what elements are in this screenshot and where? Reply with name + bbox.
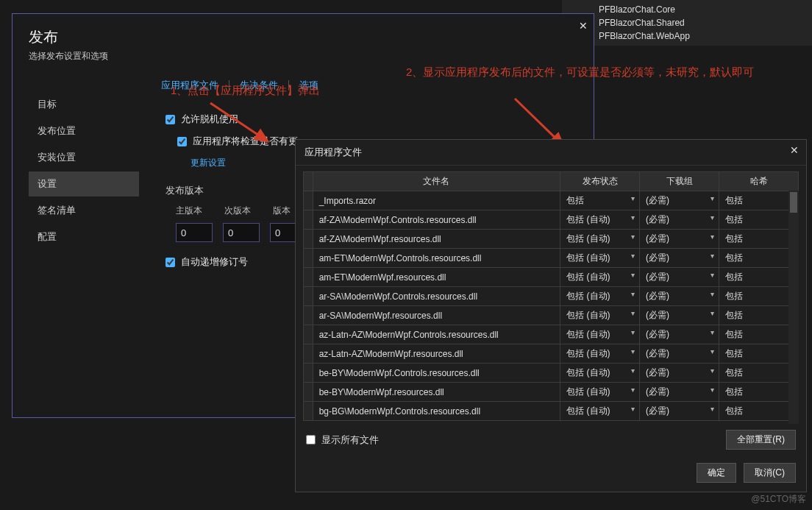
cell-download-group[interactable]: (必需) [640,210,719,230]
checkbox-auto-increment-input[interactable] [165,258,175,267]
separator [288,80,289,91]
col-hash[interactable]: 哈希 [719,172,799,191]
scrollbar-thumb[interactable] [790,192,797,213]
table-row[interactable]: be-BY\ModernWpf.resources.dll包括 (自动)(必需)… [304,383,799,402]
cell-filename: _Imports.razor [313,191,560,210]
row-selector[interactable] [304,344,313,364]
row-selector[interactable] [304,191,313,210]
app-files-dialog: 应用程序文件 ✕ 文件名 发布状态 下载组 哈希 _Imports.razor包… [295,139,807,492]
cell-state[interactable]: 包括 (自动) [560,306,640,325]
cell-state[interactable]: 包括 (自动) [560,268,640,287]
checkbox-show-all-input[interactable] [306,435,316,445]
row-selector[interactable] [304,383,313,402]
checkbox-show-all[interactable]: 显示所有文件 [306,433,379,447]
row-selector[interactable] [304,249,313,268]
minor-label: 次版本 [224,205,251,217]
checkbox-offline-input[interactable] [165,115,175,124]
cell-filename: ar-SA\ModernWpf.Controls.resources.dll [313,287,560,306]
tree-item[interactable]: PFBlazorChat.Shared [569,16,805,29]
cell-download-group[interactable]: (必需) [640,268,719,287]
cell-state[interactable]: 包括 (自动) [560,402,640,421]
link-app-files[interactable]: 应用程序文件 [161,79,218,92]
cell-state[interactable]: 包括 (自动) [560,383,640,402]
row-selector[interactable] [304,287,313,306]
checkbox-offline[interactable]: 允许脱机使用 [165,113,579,126]
row-selector[interactable] [304,364,313,383]
cell-state[interactable]: 包括 (自动) [560,287,640,306]
table-row[interactable]: be-BY\ModernWpf.Controls.resources.dll包括… [304,364,799,383]
cell-download-group[interactable]: (必需) [640,249,719,268]
cell-state[interactable]: 包括 (自动) [560,325,640,344]
cell-state[interactable]: 包括 (自动) [560,210,640,230]
cell-hash[interactable]: 包括 [719,268,799,287]
row-selector[interactable] [304,325,313,344]
table-row[interactable]: af-ZA\ModernWpf.Controls.resources.dll包括… [304,210,799,230]
cell-hash[interactable]: 包括 [719,383,799,402]
cell-hash[interactable]: 包括 [719,344,799,364]
sidebar-item-settings[interactable]: 设置 [29,171,139,196]
tree-item[interactable]: PFBlazorChat.WebApp [569,29,805,43]
table-row[interactable]: am-ET\ModernWpf.resources.dll包括 (自动)(必需)… [304,268,799,287]
files-table: 文件名 发布状态 下载组 哈希 _Imports.razor包括(必需)包括af… [303,171,799,421]
cell-filename: be-BY\ModernWpf.resources.dll [313,383,560,402]
table-row[interactable]: af-ZA\ModernWpf.resources.dll包括 (自动)(必需)… [304,230,799,249]
cell-state[interactable]: 包括 [560,191,640,210]
cell-download-group[interactable]: (必需) [640,364,719,383]
table-row[interactable]: ar-SA\ModernWpf.Controls.resources.dll包括… [304,287,799,306]
link-options[interactable]: 选项 [299,79,318,92]
sidebar-item-config[interactable]: 配置 [29,224,139,249]
close-icon[interactable]: ✕ [790,144,799,156]
cell-download-group[interactable]: (必需) [640,383,719,402]
cell-download-group[interactable]: (必需) [640,230,719,249]
tree-item[interactable]: PFBlazorChat.Core [569,3,805,16]
cell-state[interactable]: 包括 (自动) [560,230,640,249]
cell-state[interactable]: 包括 (自动) [560,364,640,383]
minor-input[interactable] [223,223,260,242]
reset-all-button[interactable]: 全部重置(R) [726,430,796,450]
row-selector[interactable] [304,306,313,325]
scrollbar[interactable] [788,191,799,424]
sidebar-item-target[interactable]: 目标 [29,92,139,117]
sidebar-item-install-location[interactable]: 安装位置 [29,145,139,170]
sidebar-item-manifest[interactable]: 签名清单 [29,198,139,223]
cell-state[interactable]: 包括 (自动) [560,249,640,268]
cell-hash[interactable]: 包括 [719,249,799,268]
cell-hash[interactable]: 包括 [719,287,799,306]
col-publish-state[interactable]: 发布状态 [560,172,640,191]
cell-download-group[interactable]: (必需) [640,191,719,210]
major-input[interactable] [176,223,213,242]
col-filename[interactable]: 文件名 [313,172,560,191]
table-row[interactable]: am-ET\ModernWpf.Controls.resources.dll包括… [304,249,799,268]
close-icon[interactable]: ✕ [579,20,588,32]
cell-hash[interactable]: 包括 [719,306,799,325]
cell-hash[interactable]: 包括 [719,364,799,383]
cell-state[interactable]: 包括 (自动) [560,344,640,364]
cell-filename: be-BY\ModernWpf.Controls.resources.dll [313,364,560,383]
table-row[interactable]: az-Latn-AZ\ModernWpf.Controls.resources.… [304,325,799,344]
table-row[interactable]: ar-SA\ModernWpf.resources.dll包括 (自动)(必需)… [304,306,799,325]
cell-hash[interactable]: 包括 [719,191,799,210]
row-selector[interactable] [304,268,313,287]
row-selector[interactable] [304,230,313,249]
cell-download-group[interactable]: (必需) [640,325,719,344]
table-row[interactable]: az-Latn-AZ\ModernWpf.resources.dll包括 (自动… [304,344,799,364]
ok-button[interactable]: 确定 [697,463,736,483]
cell-download-group[interactable]: (必需) [640,287,719,306]
cell-download-group[interactable]: (必需) [640,402,719,421]
table-row[interactable]: bg-BG\ModernWpf.Controls.resources.dll包括… [304,402,799,421]
cell-download-group[interactable]: (必需) [640,344,719,364]
cancel-button[interactable]: 取消(C) [744,463,796,483]
cell-hash[interactable]: 包括 [719,210,799,230]
row-selector[interactable] [304,210,313,230]
cell-hash[interactable]: 包括 [719,230,799,249]
sidebar-item-publish-location[interactable]: 发布位置 [29,118,139,144]
cell-hash[interactable]: 包括 [719,325,799,344]
checkbox-app-update-input[interactable] [177,137,187,146]
col-download-group[interactable]: 下载组 [640,172,719,191]
link-prerequisites[interactable]: 先决条件 [240,79,278,92]
table-row[interactable]: _Imports.razor包括(必需)包括 [304,191,799,210]
app-files-title: 应用程序文件 ✕ [296,140,806,166]
cell-hash[interactable]: 包括 [719,402,799,421]
cell-download-group[interactable]: (必需) [640,306,719,325]
row-selector[interactable] [304,402,313,421]
